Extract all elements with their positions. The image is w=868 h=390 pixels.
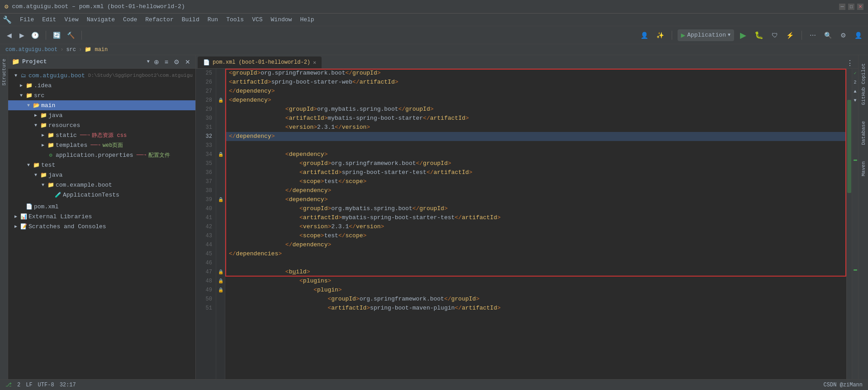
debug-button[interactable]: 🐛 [752,29,766,41]
code-line-35: <groupId>org.springframework.boot</group… [225,159,846,168]
run-button[interactable]: ▶ [738,29,749,41]
status-git-branch: 2 [17,382,20,388]
project-panel-collapse-button[interactable]: ≡ [163,57,170,66]
text-25: org.springframework.boot [261,69,345,78]
toolbar-back-button[interactable]: ◀ [4,29,14,41]
breadcrumb-project[interactable]: com.atguigu.boot [5,47,57,53]
status-lf: LF [26,382,32,388]
code-line-29: <groupId>org.mybatis.spring.boot</groupI… [225,105,846,114]
toolbar-hammer-button[interactable]: 🔨 [65,29,77,41]
menu-refactor[interactable]: Refactor [142,15,177,24]
tab-pom-xml[interactable]: 📄 pom.xml (boot-01-helloworld-2) ✕ [198,56,322,68]
menu-navigate[interactable]: Navigate [83,15,119,24]
tree-item-root[interactable]: ▼ 🗂 com.atguigu.boot D:\Study\SggSpringb… [8,70,195,80]
title-bar: ⚙ com.atguigu.boot – pom.xml (boot-01-he… [0,0,868,14]
tree-label-src: src [34,92,44,99]
line-num-33: 33 [198,141,214,150]
toolbar-copilot-button[interactable]: ✨ [654,29,666,41]
menu-window[interactable]: Window [267,15,296,24]
title-bar-controls[interactable]: ─ □ ✕ [839,4,863,10]
breadcrumb-src[interactable]: src [66,47,76,53]
line-num-31: 31 [198,123,214,132]
gutter-row-42 [216,222,225,231]
toolbar-settings-button[interactable]: ⚙ [838,29,849,41]
tab-close-button[interactable]: ✕ [313,59,316,66]
code-line-30: <artifactId>mybatis-spring-boot-starter<… [225,114,846,123]
tree-item-idea[interactable]: ▶ 📁 .idea [8,80,195,90]
tree-label-main: main [41,102,55,109]
line-num-34: 34 [198,150,214,159]
tree-item-src[interactable]: ▼ 📁 src [8,90,195,100]
structure-panel-label[interactable]: Structure [0,55,8,89]
tree-item-com-example[interactable]: ▼ 📁 com.example.boot [8,180,195,190]
toolbar-recent-button[interactable]: 🕐 [29,29,41,41]
tree-item-scratches[interactable]: ▶ 📝 Scratches and Consoles [8,221,195,231]
close-button[interactable]: ✕ [857,4,863,10]
code-content[interactable]: <groupId>org.springframework.boot</group… [225,69,846,379]
tree-item-resources[interactable]: ▼ 📁 resources [8,120,195,130]
toolbar: ◀ ▶ 🕐 🔄 🔨 👤 ✨ ▶ Application ▼ ▶ 🐛 🛡 ⚡ ⋯ … [0,26,868,44]
tree-item-application-tests[interactable]: ▶ 🧪 ApplicationTests [8,190,195,200]
breadcrumb-bar: com.atguigu.boot › src › 📁 main [0,44,868,55]
code-line-38: </dependency> [225,186,846,195]
menu-tools[interactable]: Tools [223,15,247,24]
project-panel-close-button[interactable]: ✕ [184,57,192,66]
toolbar-forward-button[interactable]: ▶ [16,29,27,41]
breadcrumb-main[interactable]: 📁 main [85,46,108,53]
error-up-btn[interactable]: ▲ [852,87,858,96]
line-num-50: 50 [198,295,214,304]
toolbar-search-button[interactable]: 🔍 [822,29,834,41]
maven-label[interactable]: Maven [860,159,867,179]
tree-item-main[interactable]: ▼ 📂 main [8,100,195,110]
toolbar-notifications-button[interactable]: 👤 [852,29,864,41]
toolbar-sync-button[interactable]: 🔄 [51,29,63,41]
annotation-arrow-appprops: ——→ [137,152,147,158]
tree-item-pom[interactable]: ▶ 📄 pom.xml [8,202,195,211]
database-label[interactable]: Database [860,118,867,148]
tree-item-test[interactable]: ▼ 📁 test [8,160,195,170]
folder-icon-static: 📁 [47,132,54,139]
toolbar-profile-button[interactable]: 👤 [638,29,650,41]
menu-file[interactable]: File [16,15,38,24]
maximize-button[interactable]: □ [848,4,854,10]
error-marker-2 [854,269,857,271]
tree-item-application-properties[interactable]: ▶ ⚙ application.properties ——→ 配置文件 [8,150,195,160]
menu-build[interactable]: Build [178,15,203,24]
error-down-btn[interactable]: ▼ [852,96,858,105]
tree-arrow-com-example: ▼ [40,182,46,188]
gutter-row-31 [216,123,225,132]
status-bar-right: CSDN @ziMann [824,382,863,388]
mini-scrollbar[interactable] [846,69,852,379]
gutter-row-39: 🔒 [216,195,225,204]
tree-item-external-libs[interactable]: ▶ 📊 External Libraries [8,211,195,221]
menu-vcs[interactable]: VCS [248,15,266,24]
line-num-41: 41 [198,213,214,222]
project-dropdown-icon[interactable]: ▼ [147,59,150,64]
code-line-41: <artifactId>mybatis-spring-boot-starter-… [225,213,846,222]
project-panel-settings-button[interactable]: ⚙ [172,57,181,66]
menu-edit[interactable]: Edit [38,15,60,24]
tab-more-button[interactable]: ⋮ [844,58,856,68]
tree-item-test-java[interactable]: ▼ 📁 java [8,170,195,180]
folder-icon-src: 📁 [25,92,33,99]
editor-wrapper: 25 26 27 28 29 30 31 32 33 34 35 36 37 3… [196,69,858,379]
code-line-44: </dependency> [225,240,846,249]
project-panel-locate-button[interactable]: ⊕ [152,57,161,66]
tree-item-templates[interactable]: ▶ 📁 templates ——→ web页面 [8,140,195,150]
tree-item-java[interactable]: ▶ 📁 java [8,110,195,120]
github-copilot-label[interactable]: GitHub Copilot [860,61,867,108]
line-num-32: 32 [198,132,214,141]
tree-item-static[interactable]: ▶ 📁 static ——→ 静态资源 css [8,130,195,140]
menu-code[interactable]: Code [119,15,141,24]
menu-help[interactable]: Help [296,15,318,24]
toolbar-separator-3 [672,31,672,40]
run-configuration[interactable]: ▶ Application ▼ [678,29,734,41]
menu-run[interactable]: Run [204,15,222,24]
tree-arrow-static: ▶ [40,132,46,138]
toolbar-more-button[interactable]: ⋯ [807,29,818,41]
coverage-button[interactable]: 🛡 [769,29,780,41]
menu-view[interactable]: View [61,15,82,24]
annotation-arrow-static: ——→ [80,132,90,138]
minimize-button[interactable]: ─ [839,4,845,10]
profile-run-button[interactable]: ⚡ [784,29,796,41]
